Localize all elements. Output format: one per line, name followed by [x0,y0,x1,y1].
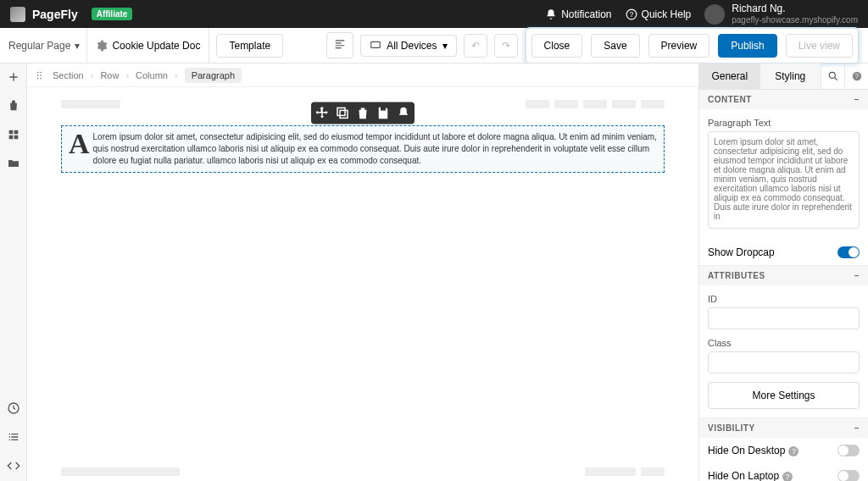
brand: PageFly Affiliate [10,7,132,22]
svg-rect-11 [337,108,345,115]
logo-icon [10,7,25,22]
paragraph-text-input[interactable] [708,131,860,229]
align-button[interactable] [326,32,353,58]
user-store: pagefly-showcase.myshopify.com [732,15,858,25]
svg-point-8 [40,75,42,76]
breadcrumb: Section› Row› Column› Paragraph [27,64,698,87]
crumb-paragraph[interactable]: Paragraph [185,68,242,83]
devices-dropdown[interactable]: All Devices ▾ [360,35,456,57]
drag-icon[interactable] [34,69,46,81]
help-icon: ? [626,8,637,20]
affiliate-badge: Affiliate [92,8,133,20]
canvas: Section› Row› Column› Paragraph A [27,64,698,481]
paragraph-text-label: Paragraph Text [708,118,860,128]
svg-rect-10 [340,110,348,118]
show-dropcap-label: Show Dropcap [708,246,775,258]
panel-tabs: General Styling ? [699,64,868,90]
svg-point-5 [37,75,39,76]
save-block-icon[interactable] [376,105,391,120]
tab-styling[interactable]: Styling [760,64,821,89]
more-settings-button[interactable]: More Settings [708,382,860,409]
crumb-column[interactable]: Column [136,70,168,80]
svg-point-4 [37,71,39,73]
action-group: Close Save Preview Publish Live view [525,27,860,64]
placeholder-bottom [61,467,665,476]
help-icon[interactable]: ? [782,472,793,481]
user-name: Richard Ng. [732,3,858,14]
redo-button[interactable]: ↷ [494,34,518,58]
save-button[interactable]: Save [591,34,639,58]
left-rail [0,64,27,481]
element-toolbar [311,102,415,124]
svg-point-6 [37,77,39,79]
close-button[interactable]: Close [531,34,583,58]
preview-button[interactable]: Preview [648,34,710,58]
bell-icon [545,8,557,20]
publish-button[interactable]: Publish [718,34,776,58]
list-icon[interactable] [7,430,20,444]
svg-point-9 [40,77,42,79]
dropcap: A [69,131,90,157]
content-section-header[interactable]: CONTENT− [699,90,868,109]
paragraph-content[interactable]: A Lorem ipsum dolor sit amet, consectetu… [69,131,657,167]
clock-icon[interactable] [7,401,20,415]
crumb-section[interactable]: Section [53,70,84,80]
chevron-down-icon: ▾ [442,40,448,52]
hide-desktop-toggle[interactable] [837,445,860,456]
hide-laptop-toggle[interactable] [837,470,860,481]
svg-text:?: ? [855,73,859,79]
help-icon[interactable]: ? [788,446,798,456]
notification-label: Notification [561,8,611,20]
add-icon[interactable] [7,70,20,84]
page-title[interactable]: Cookie Update Doc [86,28,209,63]
chevron-down-icon: ▾ [75,40,80,52]
user-menu[interactable]: Richard Ng. pagefly-showcase.myshopify.c… [704,3,858,24]
crumb-row[interactable]: Row [100,70,119,80]
svg-point-12 [829,72,835,78]
top-bar: PageFly Affiliate Notification ? Quick H… [0,0,868,28]
search-panel-icon[interactable] [821,64,844,89]
copy-icon[interactable] [335,105,350,120]
page-type-dropdown[interactable]: Regular Page ▾ [8,40,80,52]
trash-icon[interactable] [355,105,370,120]
gear-icon [96,40,108,52]
attributes-section-header[interactable]: ATTRIBUTES− [699,266,868,285]
apps-icon[interactable] [7,128,20,141]
class-label: Class [708,338,860,348]
svg-text:?: ? [629,10,633,18]
hide-desktop-label: Hide On Desktop [708,445,785,456]
visibility-section-header[interactable]: VISIBILITY− [699,418,868,438]
id-input[interactable] [708,307,860,329]
svg-point-7 [40,71,42,73]
align-icon [334,38,346,50]
template-button[interactable]: Template [216,34,283,58]
avatar [704,4,725,25]
notification-link[interactable]: Notification [545,8,611,20]
tab-general[interactable]: General [699,64,760,89]
show-dropcap-toggle[interactable] [837,246,860,258]
help-link[interactable]: ? Quick Help [626,8,692,20]
class-input[interactable] [708,351,860,373]
toolbar: Regular Page ▾ Cookie Update Doc Templat… [0,28,868,64]
live-view-button[interactable]: Live view [786,34,853,58]
monitor-icon [370,40,381,52]
code-icon[interactable] [7,459,20,473]
undo-button[interactable]: ↶ [464,34,487,58]
hide-laptop-label: Hide On Laptop [708,470,779,481]
move-icon[interactable] [314,105,330,120]
svg-rect-2 [371,41,381,47]
id-label: ID [708,294,860,304]
brand-name: PageFly [32,8,78,21]
help-label: Quick Help [642,8,692,20]
folder-icon[interactable] [7,157,20,170]
bell-small-icon[interactable] [396,105,411,120]
bag-icon[interactable] [7,99,20,113]
paragraph-block[interactable]: A Lorem ipsum dolor sit amet, consectetu… [61,125,665,173]
right-panel: General Styling ? CONTENT− Paragraph Tex… [698,64,868,481]
help-panel-icon[interactable]: ? [844,64,868,89]
